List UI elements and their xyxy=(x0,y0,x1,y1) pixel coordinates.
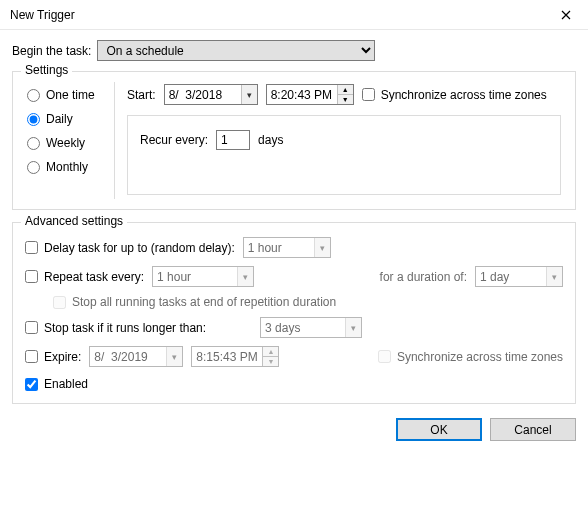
titlebar: New Trigger xyxy=(0,0,588,30)
start-time-picker[interactable]: ▲▼ xyxy=(266,84,354,105)
stop-if-combo: ▾ xyxy=(260,317,362,338)
advanced-fieldset: Advanced settings Delay task for up to (… xyxy=(12,222,576,404)
close-button[interactable] xyxy=(543,0,588,30)
radio-monthly[interactable]: Monthly xyxy=(27,160,108,174)
schedule-column: Start: ▾ ▲▼ Synchronize across time zone… xyxy=(115,82,565,199)
repeat-every-value xyxy=(153,267,237,286)
delay-checkbox[interactable]: Delay task for up to (random delay): xyxy=(25,241,235,255)
frequency-column: One time Daily Weekly Monthly xyxy=(23,82,115,199)
delay-value xyxy=(244,238,314,257)
radio-weekly[interactable]: Weekly xyxy=(27,136,108,150)
chevron-down-icon: ▾ xyxy=(314,238,330,257)
chevron-down-icon: ▾ xyxy=(546,267,562,286)
calendar-dropdown-icon[interactable]: ▾ xyxy=(241,85,257,104)
expire-sync-checkbox: Synchronize across time zones xyxy=(378,350,563,364)
sync-timezones-checkbox[interactable]: Synchronize across time zones xyxy=(362,88,547,102)
stop-all-checkbox: Stop all running tasks at end of repetit… xyxy=(53,295,336,309)
ok-button[interactable]: OK xyxy=(396,418,482,441)
spin-up-icon: ▲ xyxy=(263,347,278,357)
settings-fieldset: Settings One time Daily Weekly Monthly S… xyxy=(12,71,576,210)
expire-checkbox[interactable]: Expire: xyxy=(25,350,81,364)
duration-value xyxy=(476,267,546,286)
begin-task-row: Begin the task: On a schedule xyxy=(12,40,576,61)
time-spinner[interactable]: ▲▼ xyxy=(337,85,353,104)
expire-time-picker: ▲▼ xyxy=(191,346,279,367)
recur-label: Recur every: xyxy=(140,133,208,147)
stop-if-value xyxy=(261,318,345,337)
start-label: Start: xyxy=(127,88,156,102)
recur-value-input[interactable] xyxy=(216,130,250,150)
duration-label: for a duration of: xyxy=(380,270,467,284)
begin-task-select[interactable]: On a schedule xyxy=(97,40,375,61)
chevron-down-icon: ▾ xyxy=(345,318,361,337)
spin-up-icon[interactable]: ▲ xyxy=(338,85,353,95)
stop-if-checkbox[interactable]: Stop task if it runs longer than: xyxy=(25,321,206,335)
window-title: New Trigger xyxy=(10,8,75,22)
repeat-checkbox[interactable]: Repeat task every: xyxy=(25,270,144,284)
close-icon xyxy=(561,10,571,20)
radio-one-time[interactable]: One time xyxy=(27,88,108,102)
spin-down-icon[interactable]: ▼ xyxy=(338,95,353,104)
recur-unit: days xyxy=(258,133,283,147)
expire-time-input xyxy=(192,347,262,366)
calendar-dropdown-icon: ▾ xyxy=(166,347,182,366)
time-spinner: ▲▼ xyxy=(262,347,278,366)
dialog-footer: OK Cancel xyxy=(0,410,588,451)
radio-daily[interactable]: Daily xyxy=(27,112,108,126)
start-date-picker[interactable]: ▾ xyxy=(164,84,258,105)
recur-box: Recur every: days xyxy=(127,115,561,195)
spin-down-icon: ▼ xyxy=(263,357,278,366)
start-time-input[interactable] xyxy=(267,85,337,104)
delay-combo: ▾ xyxy=(243,237,331,258)
advanced-legend: Advanced settings xyxy=(21,214,127,228)
repeat-every-combo: ▾ xyxy=(152,266,254,287)
start-date-input[interactable] xyxy=(165,85,241,104)
begin-task-label: Begin the task: xyxy=(12,44,91,58)
settings-legend: Settings xyxy=(21,63,72,77)
chevron-down-icon: ▾ xyxy=(237,267,253,286)
expire-date-input xyxy=(90,347,166,366)
enabled-checkbox[interactable]: Enabled xyxy=(25,377,88,391)
duration-combo: ▾ xyxy=(475,266,563,287)
expire-date-picker: ▾ xyxy=(89,346,183,367)
cancel-button[interactable]: Cancel xyxy=(490,418,576,441)
